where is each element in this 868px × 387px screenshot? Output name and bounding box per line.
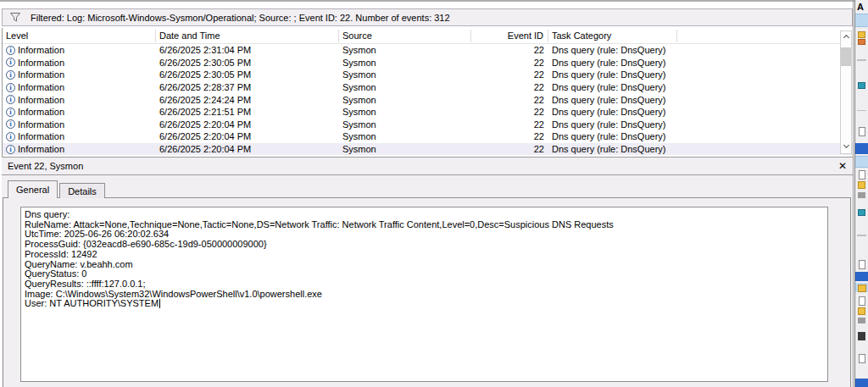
event-id-cell: 22	[471, 144, 548, 154]
event-text-line: ProcessId: 12492	[25, 250, 824, 260]
level-text: Information	[18, 58, 64, 68]
event-text-line: Dns query:	[25, 210, 824, 220]
scroll-down-button[interactable]	[841, 141, 851, 153]
actions-pane-fragment-icon-gray	[858, 192, 865, 198]
table-row[interactable]: iInformation6/26/2025 2:21:51 PMSysmon22…	[3, 106, 853, 119]
task-category-cell: Dns query (rule: DnsQuery)	[548, 95, 677, 105]
table-row[interactable]: iInformation6/26/2025 2:24:24 PMSysmon22…	[3, 93, 853, 106]
task-category-cell: Dns query (rule: DnsQuery)	[548, 69, 677, 80]
column-header-source[interactable]: Source	[339, 30, 471, 42]
event-text-line: User: NT AUTHORITY\SYSTEM	[25, 299, 824, 309]
source-cell: Sysmon	[339, 131, 471, 141]
actions-pane-fragment-separator	[857, 110, 866, 111]
table-row[interactable]: iInformation6/26/2025 2:20:04 PMSysmon22…	[3, 143, 853, 156]
column-header-event-id[interactable]: Event ID	[471, 30, 548, 42]
event-id-cell: 22	[471, 58, 548, 68]
level-cell: iInformation	[3, 45, 156, 55]
event-id-cell: 22	[471, 119, 548, 130]
event-table-header: LevelDate and TimeSourceEvent IDTask Cat…	[3, 28, 853, 44]
source-cell: Sysmon	[339, 107, 471, 117]
information-icon: i	[6, 119, 15, 129]
event-id-cell: 22	[471, 69, 548, 80]
source-cell: Sysmon	[339, 58, 471, 68]
level-text: Information	[18, 82, 64, 92]
information-icon: i	[6, 58, 15, 67]
level-text: Information	[18, 119, 64, 130]
datetime-cell: 6/26/2025 2:20:04 PM	[156, 144, 339, 154]
column-header-level[interactable]: Level	[3, 30, 156, 42]
actions-pane-fragment-icon-yellow	[858, 307, 865, 315]
task-category-cell: Dns query (rule: DnsQuery)	[548, 58, 677, 68]
datetime-cell: 6/26/2025 2:21:51 PM	[156, 107, 339, 117]
information-icon: i	[6, 145, 15, 154]
table-row[interactable]: iInformation6/26/2025 2:30:05 PMSysmon22…	[3, 69, 853, 81]
event-description-text: Dns query:RuleName: Attack=None,Techniqu…	[21, 207, 827, 312]
level-cell: iInformation	[3, 131, 156, 141]
table-row[interactable]: iInformation6/26/2025 2:20:04 PMSysmon22…	[3, 130, 853, 143]
datetime-cell: 6/26/2025 2:30:05 PM	[156, 69, 339, 80]
scroll-up-button[interactable]	[841, 31, 851, 44]
event-description-box[interactable]: Dns query:RuleName: Attack=None,Techniqu…	[20, 207, 828, 382]
datetime-cell: 6/26/2025 2:28:37 PM	[156, 82, 339, 92]
filter-bar: Filtered: Log: Microsoft-Windows-Sysmon/…	[2, 8, 853, 26]
scrollbar-thumb[interactable]	[841, 47, 851, 66]
source-cell: Sysmon	[339, 95, 471, 105]
information-icon: i	[6, 132, 15, 141]
chevron-up-icon	[843, 35, 849, 41]
information-icon: i	[6, 95, 15, 104]
level-text: Information	[18, 131, 64, 141]
actions-pane-sliver: A	[854, 0, 868, 387]
actions-pane-fragment-separator	[857, 235, 866, 236]
column-header-task-category[interactable]: Task Category	[548, 30, 677, 42]
filter-funnel-icon	[9, 12, 21, 23]
actions-pane-fragment-row-light	[855, 14, 868, 27]
event-preview-pane: Event 22, Sysmon ✕ GeneralDetails Dns qu…	[2, 157, 853, 387]
event-text-line: QueryResults: ::ffff:127.0.0.1;	[25, 279, 824, 290]
actions-pane-fragment-icon-teal	[858, 82, 865, 89]
actions-pane-fragment-icon-doc	[859, 260, 865, 269]
close-icon[interactable]: ✕	[838, 160, 847, 172]
tab-details[interactable]: Details	[59, 183, 105, 198]
source-cell: Sysmon	[339, 144, 471, 154]
event-list-scrollbar[interactable]	[840, 30, 852, 154]
level-text: Information	[18, 144, 64, 154]
column-header-date-and-time[interactable]: Date and Time	[156, 30, 339, 42]
task-category-cell: Dns query (rule: DnsQuery)	[548, 119, 677, 130]
task-category-cell: Dns query (rule: DnsQuery)	[548, 45, 677, 55]
information-icon: i	[6, 46, 15, 55]
event-list: LevelDate and TimeSourceEvent IDTask Cat…	[2, 28, 853, 157]
actions-pane-fragment-row-dark	[855, 143, 868, 154]
level-cell: iInformation	[3, 58, 156, 68]
source-cell: Sysmon	[339, 69, 471, 80]
actions-pane-fragment-icon-orange	[858, 39, 865, 45]
actions-pane-fragment-row-light-yellow	[855, 283, 868, 292]
level-text: Information	[18, 95, 64, 105]
preview-pane-title: Event 22, Sysmon	[8, 161, 83, 171]
actions-pane-fragment-icon-black	[858, 332, 865, 340]
table-row[interactable]: iInformation6/26/2025 2:30:05 PMSysmon22…	[3, 57, 853, 69]
event-text-line: ProcessGuid: {032eacd8-e690-685c-19d9-05…	[25, 240, 824, 250]
task-category-cell: Dns query (rule: DnsQuery)	[548, 107, 677, 117]
information-icon: i	[6, 108, 15, 117]
actions-pane-fragment-icon-doc	[859, 354, 865, 363]
task-category-cell: Dns query (rule: DnsQuery)	[548, 131, 677, 141]
actions-pane-fragment-icon-yellow	[858, 31, 865, 38]
source-cell: Sysmon	[339, 119, 471, 130]
event-id-cell: 22	[471, 131, 548, 141]
datetime-cell: 6/26/2025 2:31:04 PM	[156, 45, 339, 55]
chevron-down-icon	[843, 142, 849, 148]
actions-pane-fragment-row-dark	[855, 379, 868, 387]
content-right-edge	[853, 0, 854, 387]
filter-status-text: Filtered: Log: Microsoft-Windows-Sysmon/…	[31, 13, 450, 23]
task-category-cell: Dns query (rule: DnsQuery)	[548, 82, 677, 92]
table-row[interactable]: iInformation6/26/2025 2:31:04 PMSysmon22…	[3, 44, 853, 57]
event-id-cell: 22	[471, 95, 548, 105]
actions-pane-partial-title: A	[857, 2, 868, 12]
datetime-cell: 6/26/2025 2:30:05 PM	[156, 58, 339, 68]
table-row[interactable]: iInformation6/26/2025 2:20:04 PMSysmon22…	[3, 119, 853, 131]
source-cell: Sysmon	[339, 82, 471, 92]
table-row[interactable]: iInformation6/26/2025 2:28:37 PMSysmon22…	[3, 81, 853, 94]
information-icon: i	[6, 83, 15, 92]
tab-general[interactable]: General	[8, 180, 58, 198]
actions-pane-fragment-separator	[857, 59, 866, 61]
